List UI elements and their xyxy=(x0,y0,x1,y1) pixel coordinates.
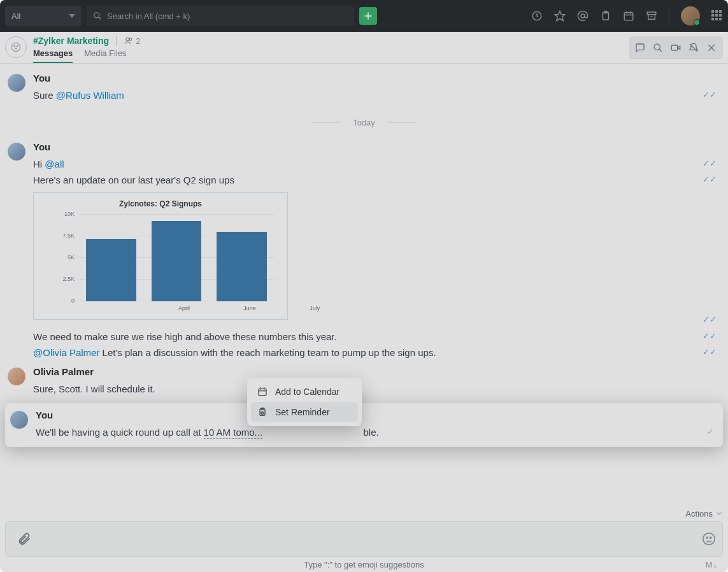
archive-icon[interactable] xyxy=(646,10,657,22)
video-icon[interactable] xyxy=(667,39,685,57)
sender-name: You xyxy=(36,410,718,420)
message-highlighted: You We'll be having a quick round up cal… xyxy=(5,403,723,447)
sender-name: You xyxy=(33,141,720,152)
smart-action-popup: Add to Calendar Set Reminder xyxy=(247,378,362,426)
message-line: @Olivia Palmer Let's plan a discussion w… xyxy=(33,345,720,361)
svg-point-36 xyxy=(703,533,715,545)
user-avatar[interactable] xyxy=(681,6,700,25)
popup-add-calendar[interactable]: Add to Calendar xyxy=(251,382,358,402)
message: Olivia Palmer Sure, Scott. I will schedu… xyxy=(5,364,723,400)
channel-actions xyxy=(629,36,723,59)
composer-area: Actions Type ":" to get emoji suggestion… xyxy=(0,506,728,572)
tab-media-files[interactable]: Media Files xyxy=(84,48,126,63)
tab-messages[interactable]: Messages xyxy=(33,48,73,63)
chart-plot: 0 2.5K 5K 7.5K 10K April June July xyxy=(78,215,275,301)
actions-toggle[interactable]: Actions xyxy=(5,506,723,521)
sent-receipt-icon: ✓ xyxy=(707,425,714,439)
time-entity[interactable]: 10 AM tomo... xyxy=(204,427,263,439)
chart-title: Zylcnotes: Q2 Signups xyxy=(34,199,287,208)
svg-rect-23 xyxy=(671,45,677,50)
scope-label: All xyxy=(11,11,20,21)
search-placeholder: Search in All (cmd + k) xyxy=(107,11,190,21)
bar: June xyxy=(152,221,202,301)
avatar xyxy=(8,74,25,92)
mention[interactable]: @Olivia Palmer xyxy=(33,347,99,358)
apps-grid-icon[interactable] xyxy=(711,10,723,22)
message-line: Sure, Scott. I will schedule it. xyxy=(33,381,720,397)
avatar xyxy=(8,143,25,161)
close-icon[interactable] xyxy=(703,39,720,57)
channel-header: #Zylker Marketing | 2 Messages Media Fil… xyxy=(0,32,728,64)
svg-point-20 xyxy=(129,38,132,41)
svg-point-6 xyxy=(581,14,585,18)
search-in-chat-icon[interactable] xyxy=(649,39,667,57)
svg-point-18 xyxy=(15,48,17,49)
search-icon xyxy=(93,11,102,20)
chart-attachment[interactable]: Zylcnotes: Q2 Signups 0 2.5K 5K 7.5K 10K… xyxy=(33,192,288,320)
mention[interactable]: @Rufus William xyxy=(56,90,124,101)
svg-marker-5 xyxy=(555,11,565,21)
people-icon xyxy=(124,36,133,45)
calendar-icon xyxy=(257,387,268,397)
mentions-icon[interactable] xyxy=(577,10,589,22)
chevron-down-icon xyxy=(69,14,75,18)
avatar xyxy=(8,368,25,385)
mute-icon[interactable] xyxy=(685,39,703,57)
message-line: We need to make sure we rise high and ab… xyxy=(33,329,720,345)
message-line: We'll be having a quick round up call at… xyxy=(36,424,718,441)
emoji-hint: Type ":" to get emoji suggestions xyxy=(304,560,424,569)
read-receipt-icon: ✓✓ xyxy=(703,345,717,359)
separator: | xyxy=(115,36,118,46)
messages-pane: You Sure @Rufus William ✓✓ Today You Hi … xyxy=(0,64,728,506)
svg-rect-13 xyxy=(647,12,656,15)
new-button[interactable] xyxy=(359,7,377,25)
bar: April xyxy=(86,239,136,301)
message: You Sure @Rufus William ✓✓ xyxy=(5,70,723,106)
message: You Hi @all ✓✓ Here's an update on our l… xyxy=(5,139,723,364)
emoji-button[interactable] xyxy=(702,532,716,546)
svg-point-15 xyxy=(11,43,20,52)
svg-point-19 xyxy=(126,38,129,41)
read-receipt-icon: ✓✓ xyxy=(703,157,717,171)
channel-name[interactable]: #Zylker Marketing xyxy=(33,36,109,45)
smiley-icon xyxy=(702,532,716,546)
svg-point-21 xyxy=(654,44,660,50)
separator xyxy=(669,9,669,23)
top-bar: All Search in All (cmd + k) xyxy=(0,0,728,32)
message-line: Sure @Rufus William ✓✓ xyxy=(33,87,720,104)
svg-point-17 xyxy=(17,46,18,47)
star-icon[interactable] xyxy=(554,10,566,22)
search-input[interactable]: Search in All (cmd + k) xyxy=(87,6,354,26)
message-line: Here's an update on our last year's Q2 s… xyxy=(33,172,720,189)
scope-select[interactable]: All xyxy=(5,6,82,26)
svg-point-38 xyxy=(710,537,711,538)
sender-name: You xyxy=(33,73,720,83)
mention[interactable]: @all xyxy=(45,159,64,169)
svg-rect-9 xyxy=(624,13,633,20)
plus-icon xyxy=(364,11,373,20)
avatar xyxy=(10,411,28,429)
message-composer[interactable] xyxy=(5,521,723,557)
composer-input[interactable] xyxy=(43,534,696,544)
read-receipt-icon: ✓✓ xyxy=(703,329,717,343)
chat-icon[interactable] xyxy=(631,39,649,57)
attach-button[interactable] xyxy=(12,521,36,557)
svg-line-22 xyxy=(659,49,662,52)
calendar-icon[interactable] xyxy=(623,10,634,22)
history-icon[interactable] xyxy=(531,10,543,22)
reminder-icon xyxy=(257,407,268,417)
chevron-down-icon xyxy=(715,510,723,517)
topbar-right xyxy=(531,6,723,25)
read-receipt-icon: ✓✓ xyxy=(703,88,717,102)
member-count[interactable]: 2 xyxy=(124,36,140,45)
clipboard-icon[interactable] xyxy=(600,10,611,22)
svg-point-16 xyxy=(14,46,15,47)
svg-point-0 xyxy=(94,13,99,18)
read-receipt-icon: ✓✓ xyxy=(703,313,717,327)
markdown-toggle[interactable]: M↓ xyxy=(706,560,718,569)
read-receipt-icon: ✓✓ xyxy=(703,173,717,187)
sender-name: Olivia Palmer xyxy=(33,366,720,377)
popup-set-reminder[interactable]: Set Reminder xyxy=(251,402,358,422)
bar: July xyxy=(217,232,267,301)
channel-status-icon[interactable] xyxy=(5,36,27,58)
